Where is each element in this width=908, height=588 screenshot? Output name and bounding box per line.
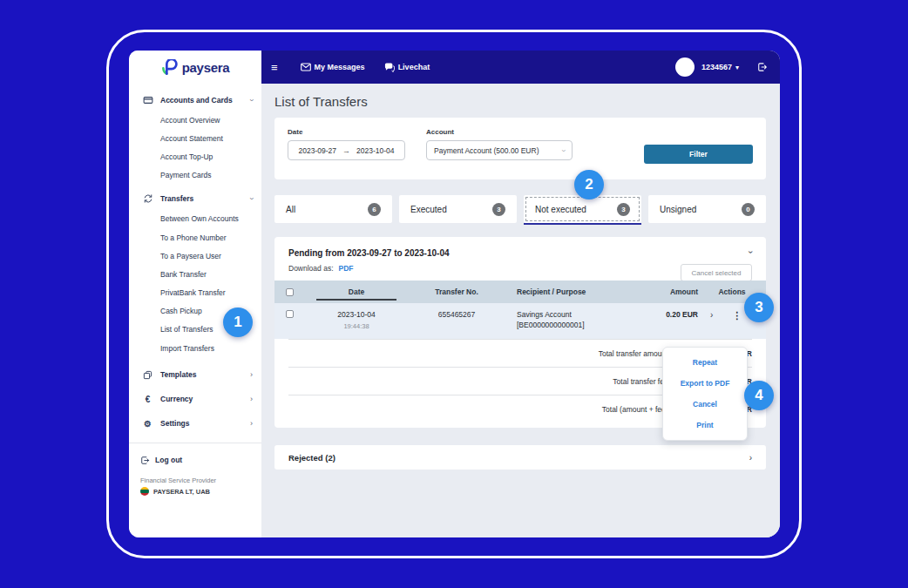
date-field-label: Date — [288, 128, 405, 136]
page-title: List of Transfers — [274, 94, 766, 109]
sidebar-item-import-transfers[interactable]: Import Transfers — [129, 339, 261, 357]
sidebar-item-transfers[interactable]: Transfers › — [129, 188, 261, 210]
row-checkbox[interactable] — [286, 310, 294, 318]
row-transfer-no: 655465267 — [409, 310, 505, 330]
sidebar-item-between-own-accounts[interactable]: Between Own Accounts — [129, 210, 261, 228]
my-messages-link[interactable]: My Messages — [301, 63, 365, 71]
tab-unsigned[interactable]: Unsigned 0 — [648, 195, 766, 223]
pending-panel-title: Pending from 2023-09-27 to 2023-10-04 — [288, 248, 752, 258]
sidebar-item-settings[interactable]: ⚙ Settings › — [129, 411, 261, 436]
transfer-table-row[interactable]: 2023-10-04 19:44:38 655465267 Savings Ac… — [274, 303, 766, 339]
logout-button[interactable]: Log out — [129, 447, 261, 473]
logout-icon — [140, 456, 150, 465]
user-avatar[interactable] — [675, 57, 695, 77]
sidebar-item-account-top-up[interactable]: Account Top-Up — [129, 147, 261, 166]
date-to-value: 2023-10-04 — [356, 146, 394, 155]
row-actions-kebab-icon[interactable]: ⋮ — [732, 310, 742, 321]
accounts-submenu: Account Overview Account Statement Accou… — [129, 111, 261, 185]
tab-all[interactable]: All 6 — [274, 195, 392, 223]
table-header-row: Date Transfer No. Recipient / Purpose Am… — [274, 280, 766, 303]
arrow-right-icon: → — [342, 146, 350, 155]
sidebar: paysera Accounts and Cards › Account Ove… — [129, 51, 261, 537]
sidebar-item-bank-transfer[interactable]: Bank Transfer — [129, 265, 261, 283]
sidebar-item-account-statement[interactable]: Account Statement — [129, 129, 261, 147]
sidebar-item-payment-cards[interactable]: Payment Cards — [129, 166, 261, 185]
sidebar-item-to-a-phone-number[interactable]: To a Phone Number — [129, 228, 261, 247]
menu-item-print[interactable]: Print — [663, 415, 747, 436]
caret-down-icon: ▾ — [735, 64, 739, 71]
sidebar-item-accounts-and-cards[interactable]: Accounts and Cards › — [129, 89, 261, 111]
sidebar-item-templates[interactable]: Templates › — [129, 362, 261, 387]
templates-icon — [140, 370, 155, 380]
sidebar-nav: Accounts and Cards › Account Overview Ac… — [129, 84, 261, 436]
chat-bubbles-icon — [384, 63, 395, 72]
column-header-transfer-no[interactable]: Transfer No. — [409, 287, 505, 296]
collapse-chevron-icon[interactable]: › — [746, 251, 756, 253]
user-id-menu[interactable]: 1234567 — [701, 63, 732, 71]
callout-badge-2: 2 — [574, 170, 604, 199]
sidebar-item-privatbank-transfer[interactable]: PrivatBank Transfer — [129, 284, 261, 302]
chevron-right-icon: › — [749, 453, 752, 463]
chevron-down-icon: › — [247, 198, 256, 200]
callout-badge-3: 3 — [744, 293, 774, 322]
row-date: 2023-10-04 — [304, 310, 409, 319]
row-recipient-iban: [BE0000000000001] — [517, 321, 602, 329]
euro-icon: € — [140, 395, 155, 404]
sidebar-item-to-a-paysera-user[interactable]: To a Paysera User — [129, 247, 261, 265]
callout-badge-1: 1 — [223, 308, 253, 337]
gear-icon: ⚙ — [140, 419, 155, 429]
menu-item-export-to-pdf[interactable]: Export to PDF — [663, 373, 747, 394]
chevron-right-icon: › — [250, 419, 253, 428]
chevron-right-icon: › — [250, 370, 253, 379]
download-as-label: Download as: — [288, 264, 334, 273]
account-select[interactable]: Payment Account (500.00 EUR) › — [426, 140, 573, 160]
tab-not-executed[interactable]: Not executed 3 — [524, 195, 641, 223]
provider-label: Financial Service Provider — [140, 476, 250, 484]
sidebar-item-currency[interactable]: € Currency › — [129, 387, 261, 411]
paysera-logo-text: paysera — [182, 60, 230, 75]
envelope-icon — [301, 63, 311, 71]
app-window: paysera Accounts and Cards › Account Ove… — [129, 51, 780, 537]
filter-button[interactable]: Filter — [644, 145, 753, 164]
date-range-input[interactable]: 2023-09-27 → 2023-10-04 — [288, 140, 405, 160]
row-amount: 0.20 EUR — [666, 310, 698, 319]
logout-icon — [756, 62, 768, 72]
provider-info: Financial Service Provider PAYSERA LT, U… — [129, 473, 261, 496]
sidebar-item-account-overview[interactable]: Account Overview — [129, 111, 261, 129]
main-content: List of Transfers Date 2023-09-27 → 2023… — [261, 84, 780, 537]
header-logout-button[interactable] — [756, 62, 768, 72]
account-field-label: Account — [426, 128, 573, 136]
download-pdf-link[interactable]: PDF — [339, 264, 354, 273]
paysera-logo-icon — [161, 59, 178, 76]
account-select-value: Payment Account (500.00 EUR) — [434, 146, 539, 155]
hamburger-menu-icon[interactable]: ≡ — [271, 61, 278, 74]
chevron-down-icon: › — [247, 98, 256, 101]
row-recipient-name: Savings Account — [517, 310, 602, 319]
column-header-date[interactable]: Date — [304, 287, 409, 296]
status-tabs: All 6 Executed 3 Not executed 3 Unsigned… — [274, 195, 766, 223]
cancel-selected-button[interactable]: Cancel selected — [681, 264, 752, 281]
column-header-amount[interactable]: Amount — [602, 287, 698, 296]
date-from-value: 2023-09-27 — [299, 146, 336, 155]
count-badge: 3 — [492, 203, 505, 216]
transfers-refresh-icon — [140, 193, 155, 204]
column-header-recipient[interactable]: Recipient / Purpose — [505, 287, 602, 296]
sort-indicator — [316, 299, 396, 301]
row-time: 19:44:38 — [304, 322, 409, 330]
expand-row-chevron-icon[interactable]: › — [710, 310, 713, 320]
count-badge: 0 — [742, 203, 755, 216]
chevron-down-icon: › — [559, 149, 568, 152]
rejected-section-toggle[interactable]: Rejected (2) › — [274, 445, 766, 470]
sidebar-divider — [129, 443, 261, 443]
menu-item-repeat[interactable]: Repeat — [663, 352, 747, 373]
menu-item-cancel[interactable]: Cancel — [663, 394, 747, 415]
count-badge: 3 — [617, 203, 630, 216]
lithuania-flag-icon — [140, 487, 149, 496]
row-actions-context-menu: Repeat Export to PDF Cancel Print — [662, 347, 748, 441]
paysera-logo: paysera — [129, 51, 261, 84]
tab-executed[interactable]: Executed 3 — [399, 195, 517, 223]
livechat-link[interactable]: Livechat — [384, 63, 430, 72]
filter-panel: Date 2023-09-27 → 2023-10-04 Account Pay… — [274, 118, 766, 179]
select-all-checkbox[interactable] — [286, 288, 294, 296]
cards-icon — [140, 95, 155, 105]
